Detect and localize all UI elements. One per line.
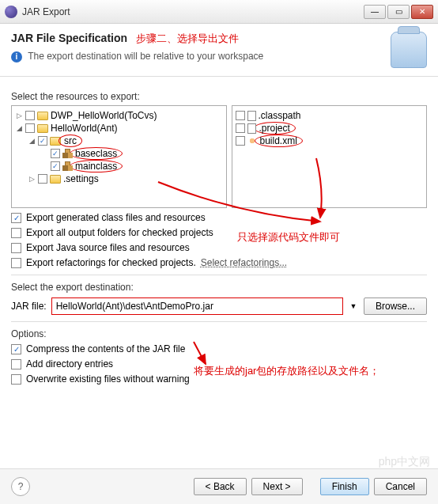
compress-label: Compress the contents of the JAR file	[26, 343, 185, 354]
export-generated-row[interactable]: Export generated class files and resourc…	[11, 212, 427, 223]
package-icon	[62, 161, 72, 171]
checkbox-icon[interactable]	[38, 136, 47, 146]
select-refactorings-link[interactable]: Select refactorings...	[201, 257, 287, 268]
window-title: JAR Export	[22, 6, 364, 17]
back-button[interactable]: < Back	[194, 478, 247, 495]
checkbox-icon[interactable]	[51, 149, 60, 158]
file-icon	[247, 123, 256, 134]
minimize-button[interactable]: —	[364, 5, 386, 19]
checkbox-icon[interactable]	[11, 344, 21, 354]
resource-tree-left[interactable]: ▷DWP_HelloWorld(ToCvs)◢HelloWorld(Ant)◢s…	[11, 105, 227, 208]
tree-item[interactable]: .project	[236, 122, 424, 135]
expander-icon[interactable]: ▷	[28, 175, 36, 183]
tree-item-label: .classpath	[259, 110, 301, 121]
tree-item[interactable]: ▷.settings	[15, 172, 223, 185]
tree-item[interactable]: mainclass	[15, 160, 223, 172]
compress-row[interactable]: Compress the contents of the JAR file	[11, 343, 427, 354]
export-source-row[interactable]: Export Java source files and resources	[11, 242, 427, 253]
ant-icon	[247, 136, 257, 146]
tree-item-label: .project	[259, 123, 291, 134]
checkbox-icon[interactable]	[11, 374, 21, 385]
titlebar: JAR Export — ▭ ✕	[0, 0, 438, 24]
checkbox-icon[interactable]	[38, 174, 47, 184]
checkbox-icon[interactable]	[236, 123, 245, 133]
file-icon	[247, 111, 256, 121]
tree-item-label: DWP_HelloWorld(ToCvs)	[51, 110, 157, 121]
tree-item[interactable]: ▷DWP_HelloWorld(ToCvs)	[15, 109, 223, 122]
export-refactor-label: Export refactorings for checked projects…	[26, 257, 196, 268]
eclipse-icon	[5, 6, 17, 18]
annotation-jar-path: 将要生成的jar包的存放路径以及文件名；	[194, 364, 379, 378]
tree-item[interactable]: ◢src	[15, 135, 223, 147]
dialog-footer: ? < Back Next > Finish Cancel	[0, 468, 438, 504]
folder-icon	[37, 124, 48, 133]
package-icon	[62, 149, 72, 158]
export-generated-label: Export generated class files and resourc…	[26, 212, 206, 223]
jar-icon	[391, 32, 427, 68]
finish-button[interactable]: Finish	[320, 478, 369, 495]
tree-item-label: src	[63, 135, 77, 146]
info-icon: i	[11, 51, 22, 63]
checkbox-icon[interactable]	[25, 111, 35, 120]
export-output-label: Export all output folders for checked pr…	[26, 227, 213, 238]
annotation-source-only: 只选择源代码文件即可	[237, 230, 340, 244]
tree-item-label: HelloWorld(Ant)	[51, 123, 117, 134]
folder-icon	[50, 175, 61, 184]
export-source-label: Export Java source files and resources	[26, 242, 190, 253]
checkbox-icon[interactable]	[11, 213, 21, 223]
dropdown-icon[interactable]: ▼	[348, 302, 359, 310]
tree-item[interactable]: ◢HelloWorld(Ant)	[15, 122, 223, 135]
checkbox-icon[interactable]	[51, 161, 60, 171]
options-label: Options:	[11, 328, 427, 339]
expander-icon[interactable]: ▷	[15, 112, 23, 119]
expander-icon[interactable]: ◢	[15, 124, 23, 132]
resource-tree-right[interactable]: .classpath.projectbuild.xml	[232, 105, 428, 208]
tree-item[interactable]: .classpath	[236, 109, 424, 122]
export-output-row[interactable]: Export all output folders for checked pr…	[11, 227, 427, 238]
close-button[interactable]: ✕	[411, 5, 433, 19]
expander-icon[interactable]: ◢	[28, 137, 36, 145]
jar-file-input[interactable]: HelloWorld(Ant)\dest\AntDemoPro.jar	[51, 297, 343, 315]
jar-file-label: JAR file:	[11, 301, 47, 312]
cancel-button[interactable]: Cancel	[374, 478, 427, 495]
next-button[interactable]: Next >	[251, 478, 303, 495]
checkbox-icon[interactable]	[236, 111, 245, 120]
export-refactor-row[interactable]: Export refactorings for checked projects…	[11, 257, 427, 268]
checkbox-icon[interactable]	[25, 123, 35, 133]
tree-item-label: baseclass	[74, 148, 118, 159]
resources-label: Select the resources to export:	[11, 91, 427, 102]
destination-label: Select the export destination:	[11, 282, 427, 293]
checkbox-icon[interactable]	[11, 258, 21, 268]
dialog-header: JAR File Specification 步骤二、选择导出文件 i The …	[0, 24, 438, 77]
checkbox-icon[interactable]	[236, 136, 245, 146]
watermark: php中文网	[379, 455, 430, 469]
overwrite-label: Overwrite existing files without warning	[26, 373, 190, 385]
tree-item-label: build.xml	[259, 135, 298, 146]
checkbox-icon[interactable]	[11, 359, 21, 369]
checkbox-icon[interactable]	[11, 228, 21, 238]
maximize-button[interactable]: ▭	[387, 5, 410, 19]
annotation-step: 步骤二、选择导出文件	[136, 32, 239, 44]
tree-item-label: mainclass	[74, 161, 118, 172]
tree-item-label: .settings	[63, 173, 99, 184]
header-subtitle: The export destination will be relative …	[28, 51, 263, 62]
tree-item[interactable]: baseclass	[15, 147, 223, 160]
checkbox-icon[interactable]	[11, 243, 21, 253]
tree-item[interactable]: build.xml	[236, 135, 424, 147]
browse-button[interactable]: Browse...	[364, 297, 427, 315]
folder-icon	[37, 112, 48, 120]
page-title: JAR File Specification	[11, 32, 127, 44]
adddir-label: Add directory entries	[26, 358, 113, 369]
help-button[interactable]: ?	[11, 477, 30, 496]
